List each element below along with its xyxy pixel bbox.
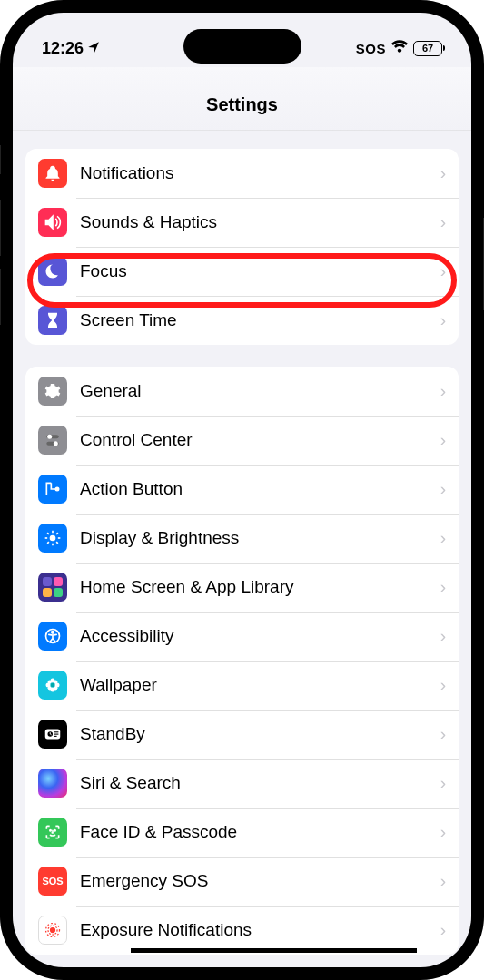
annotation-strikethrough bbox=[131, 948, 417, 953]
row-sounds-haptics[interactable]: Sounds & Haptics › bbox=[25, 198, 459, 247]
chevron-right-icon: › bbox=[440, 479, 446, 499]
row-siri-search[interactable]: Siri & Search › bbox=[25, 759, 459, 808]
row-label: Action Button bbox=[80, 479, 440, 499]
chevron-right-icon: › bbox=[440, 381, 446, 401]
svg-point-3 bbox=[54, 441, 58, 446]
row-label: Notifications bbox=[80, 163, 440, 183]
row-emergency-sos[interactable]: SOS Emergency SOS › bbox=[25, 857, 459, 906]
settings-group-1: Notifications › Sounds & Haptics › Focus… bbox=[25, 149, 459, 345]
svg-point-5 bbox=[50, 535, 56, 542]
row-general[interactable]: General › bbox=[25, 367, 459, 416]
chevron-right-icon: › bbox=[440, 310, 446, 330]
flower-icon bbox=[38, 671, 67, 700]
row-label: Wallpaper bbox=[80, 675, 440, 695]
row-notifications[interactable]: Notifications › bbox=[25, 149, 459, 198]
dynamic-island bbox=[183, 29, 301, 64]
chevron-right-icon: › bbox=[440, 212, 446, 232]
row-display-brightness[interactable]: Display & Brightness › bbox=[25, 514, 459, 563]
row-label: StandBy bbox=[80, 724, 440, 744]
page-title: Settings bbox=[13, 67, 471, 131]
action-icon bbox=[38, 475, 67, 504]
chevron-right-icon: › bbox=[440, 871, 446, 891]
chevron-right-icon: › bbox=[440, 675, 446, 695]
row-label: Sounds & Haptics bbox=[80, 212, 440, 232]
sun-icon bbox=[38, 524, 67, 553]
row-exposure-notifications[interactable]: Exposure Notifications › bbox=[25, 906, 459, 955]
speaker-icon bbox=[38, 208, 67, 237]
svg-rect-28 bbox=[54, 734, 59, 735]
chevron-right-icon: › bbox=[440, 528, 446, 548]
sos-icon: SOS bbox=[38, 867, 67, 896]
svg-point-30 bbox=[50, 830, 51, 831]
row-label: General bbox=[80, 381, 440, 401]
row-face-id-passcode[interactable]: Face ID & Passcode › bbox=[25, 808, 459, 857]
battery-indicator: 67 bbox=[413, 41, 442, 56]
svg-point-16 bbox=[51, 683, 55, 688]
row-control-center[interactable]: Control Center › bbox=[25, 416, 459, 465]
chevron-right-icon: › bbox=[440, 577, 446, 597]
gear-icon bbox=[38, 377, 67, 406]
settings-list[interactable]: Notifications › Sounds & Haptics › Focus… bbox=[13, 149, 471, 955]
bell-icon bbox=[38, 159, 67, 188]
moon-icon bbox=[38, 257, 67, 286]
person-icon bbox=[38, 622, 67, 651]
sliders-icon bbox=[38, 426, 67, 455]
chevron-right-icon: › bbox=[440, 626, 446, 646]
row-label: Display & Brightness bbox=[80, 528, 440, 548]
chevron-right-icon: › bbox=[440, 724, 446, 744]
row-label: Home Screen & App Library bbox=[80, 577, 440, 597]
volume-down-button bbox=[0, 269, 1, 325]
chevron-right-icon: › bbox=[440, 430, 446, 450]
svg-line-13 bbox=[56, 533, 58, 534]
row-label: Focus bbox=[80, 261, 440, 281]
phone-frame: 12:26 SOS 67 Settings Notif bbox=[0, 0, 484, 980]
row-label: Screen Time bbox=[80, 310, 440, 330]
battery-level: 67 bbox=[422, 43, 433, 54]
svg-point-24 bbox=[54, 686, 57, 690]
row-screen-time[interactable]: Screen Time › bbox=[25, 296, 459, 345]
svg-rect-27 bbox=[54, 731, 59, 732]
face-icon bbox=[38, 818, 67, 847]
row-standby[interactable]: StandBy › bbox=[25, 710, 459, 759]
row-label: Control Center bbox=[80, 430, 440, 450]
row-label: Accessibility bbox=[80, 626, 440, 646]
row-label: Exposure Notifications bbox=[80, 920, 440, 940]
grid-icon bbox=[38, 573, 67, 602]
row-home-screen-app-library[interactable]: Home Screen & App Library › bbox=[25, 563, 459, 612]
volume-up-button bbox=[0, 200, 1, 256]
svg-line-11 bbox=[56, 542, 58, 544]
exposure-icon bbox=[38, 916, 67, 945]
row-label: Face ID & Passcode bbox=[80, 822, 440, 842]
svg-point-32 bbox=[51, 928, 55, 933]
siri-icon bbox=[38, 769, 67, 798]
row-accessibility[interactable]: Accessibility › bbox=[25, 612, 459, 661]
mute-switch bbox=[0, 145, 1, 174]
location-icon bbox=[87, 41, 100, 56]
clock-icon bbox=[38, 720, 67, 749]
row-wallpaper[interactable]: Wallpaper › bbox=[25, 661, 459, 710]
status-time: 12:26 bbox=[42, 39, 84, 58]
chevron-right-icon: › bbox=[440, 773, 446, 793]
row-action-button[interactable]: Action Button › bbox=[25, 465, 459, 514]
svg-line-12 bbox=[47, 542, 49, 544]
svg-point-15 bbox=[52, 632, 54, 634]
chevron-right-icon: › bbox=[440, 920, 446, 940]
svg-point-1 bbox=[47, 435, 52, 439]
row-focus[interactable]: Focus › bbox=[25, 247, 459, 296]
svg-point-23 bbox=[48, 686, 52, 690]
svg-point-31 bbox=[54, 830, 55, 831]
hourglass-icon bbox=[38, 306, 67, 335]
chevron-right-icon: › bbox=[440, 163, 446, 183]
svg-rect-29 bbox=[54, 736, 57, 737]
row-label: Emergency SOS bbox=[80, 871, 440, 891]
sos-indicator: SOS bbox=[356, 41, 386, 56]
phone-screen: 12:26 SOS 67 Settings Notif bbox=[13, 13, 471, 967]
chevron-right-icon: › bbox=[440, 261, 446, 281]
svg-point-21 bbox=[48, 681, 52, 684]
chevron-right-icon: › bbox=[440, 822, 446, 842]
svg-line-10 bbox=[47, 533, 49, 534]
settings-group-2: General › Control Center › Action Button… bbox=[25, 367, 459, 955]
wifi-icon bbox=[391, 40, 408, 56]
svg-point-4 bbox=[55, 487, 58, 490]
svg-point-22 bbox=[54, 681, 57, 684]
